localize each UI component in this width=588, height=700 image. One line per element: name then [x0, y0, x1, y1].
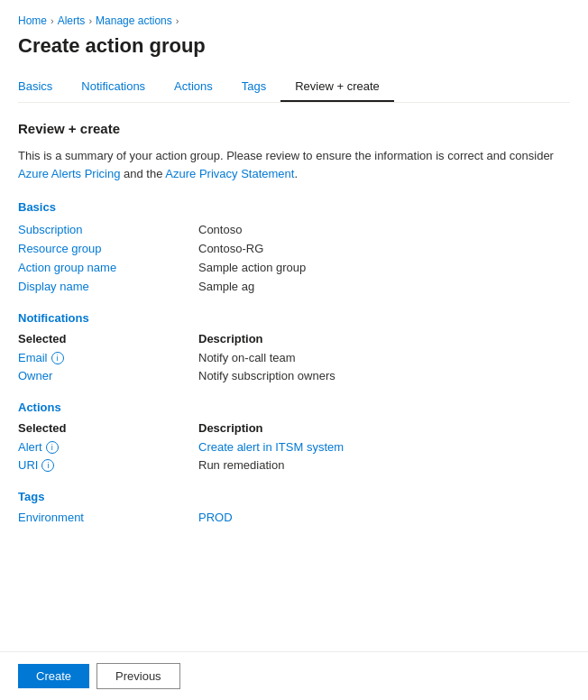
notifications-title: Notifications [18, 311, 570, 325]
tab-bar: Basics Notifications Actions Tags Review… [18, 72, 570, 103]
notifications-header: Selected Description [18, 332, 570, 345]
basics-title: Basics [18, 200, 570, 214]
tags-section: Tags Environment PROD [18, 490, 570, 524]
basics-display-name-value: Sample ag [198, 280, 254, 293]
azure-privacy-link[interactable]: Azure Privacy Statement [165, 167, 294, 180]
notifications-desc-1: Notify subscription owners [198, 369, 335, 382]
previous-button[interactable]: Previous [96, 663, 180, 689]
azure-alerts-pricing-link[interactable]: Azure Alerts Pricing [18, 167, 120, 180]
notifications-selected-0: Email i [18, 351, 198, 364]
notifications-col-description: Description [198, 332, 263, 345]
basics-display-name-row: Display name Sample ag [18, 280, 570, 293]
tags-environment-value: PROD [198, 511, 233, 524]
actions-title: Actions [18, 401, 570, 414]
tab-tags[interactable]: Tags [227, 72, 280, 102]
tags-environment-label: Environment [18, 511, 198, 524]
actions-info-icon-1[interactable]: i [41, 459, 54, 472]
actions-section: Actions Selected Description Alert i Cre… [18, 401, 570, 472]
notifications-section: Notifications Selected Description Email… [18, 311, 570, 382]
basics-action-group-name-label: Action group name [18, 261, 198, 274]
notifications-col-selected: Selected [18, 332, 198, 345]
actions-header: Selected Description [18, 421, 570, 435]
info-text: This is a summary of your action group. … [18, 147, 570, 182]
breadcrumb-sep-2: › [88, 15, 92, 26]
review-section-heading: Review + create [18, 121, 570, 136]
page-title: Create action group [18, 34, 570, 58]
actions-col-selected: Selected [18, 421, 198, 435]
actions-selected-1: URI i [18, 458, 198, 472]
notifications-selected-1: Owner [18, 369, 198, 382]
footer: Create Previous [0, 651, 588, 700]
tags-environment-row: Environment PROD [18, 511, 570, 524]
notifications-desc-0: Notify on-call team [198, 351, 296, 364]
tab-basics[interactable]: Basics [18, 72, 67, 102]
breadcrumb-sep-1: › [51, 15, 54, 26]
basics-subscription-value: Contoso [198, 223, 242, 236]
basics-action-group-name-row: Action group name Sample action group [18, 261, 570, 274]
basics-display-name-label: Display name [18, 280, 198, 293]
actions-row-1: URI i Run remediation [18, 458, 570, 472]
basics-resource-group-row: Resource group Contoso-RG [18, 242, 570, 255]
actions-desc-0: Create alert in ITSM system [198, 440, 344, 454]
basics-resource-group-label: Resource group [18, 242, 198, 255]
basics-section: Basics Subscription Contoso Resource gro… [18, 200, 570, 293]
tab-review-create[interactable]: Review + create [280, 72, 394, 102]
notifications-info-icon-0[interactable]: i [51, 352, 64, 364]
actions-selected-0: Alert i [18, 440, 198, 454]
basics-subscription-row: Subscription Contoso [18, 223, 570, 236]
basics-resource-group-value: Contoso-RG [198, 242, 263, 255]
notifications-row-0: Email i Notify on-call team [18, 351, 570, 364]
create-button[interactable]: Create [18, 664, 89, 688]
breadcrumb-sep-3: › [176, 15, 179, 26]
actions-col-description: Description [198, 421, 263, 435]
breadcrumb-manage-actions[interactable]: Manage actions [96, 14, 172, 27]
basics-action-group-name-value: Sample action group [198, 261, 306, 274]
breadcrumb-alerts[interactable]: Alerts [58, 14, 86, 27]
info-text-suffix: . [294, 167, 298, 180]
tab-notifications[interactable]: Notifications [67, 72, 160, 102]
info-text-mid: and the [120, 167, 165, 180]
breadcrumb: Home › Alerts › Manage actions › [18, 14, 570, 27]
info-text-prefix: This is a summary of your action group. … [18, 149, 554, 162]
tab-actions[interactable]: Actions [160, 72, 227, 102]
breadcrumb-home[interactable]: Home [18, 14, 47, 27]
tags-title: Tags [18, 490, 570, 503]
basics-subscription-label: Subscription [18, 223, 198, 236]
actions-info-icon-0[interactable]: i [46, 441, 59, 454]
actions-desc-1: Run remediation [198, 458, 284, 472]
notifications-row-1: Owner Notify subscription owners [18, 369, 570, 382]
actions-row-0: Alert i Create alert in ITSM system [18, 440, 570, 454]
